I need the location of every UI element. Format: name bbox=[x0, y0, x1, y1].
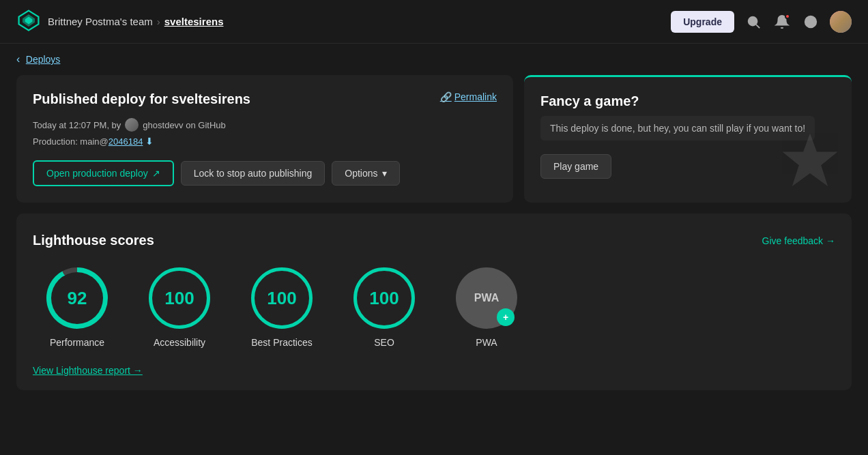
svg-marker-7 bbox=[783, 134, 838, 186]
notification-badge bbox=[785, 14, 790, 19]
header-right: Upgrade bbox=[671, 11, 852, 33]
breadcrumb: ‹ Deploys bbox=[0, 44, 868, 75]
lighthouse-header: Lighthouse scores Give feedback → bbox=[33, 233, 835, 248]
back-arrow-icon: ‹ bbox=[16, 53, 20, 65]
seo-value: 100 bbox=[369, 288, 399, 309]
header: Brittney Postma's team › sveltesirens Up… bbox=[0, 0, 868, 44]
branch-label: Production: main@ bbox=[33, 136, 108, 147]
project-name[interactable]: sveltesirens bbox=[164, 16, 224, 27]
performance-score: 92 Performance bbox=[46, 267, 108, 348]
permalink-label: Permalink bbox=[454, 91, 497, 102]
pwa-label: PWA bbox=[476, 337, 497, 348]
deploy-branch: Production: main@2046184 ⬇ bbox=[33, 136, 497, 147]
link-icon: 🔗 bbox=[440, 91, 452, 102]
header-left: Brittney Postma's team › sveltesirens bbox=[16, 8, 223, 35]
branch-hash-link[interactable]: 2046184 bbox=[108, 136, 143, 147]
performance-value: 92 bbox=[51, 272, 103, 324]
lighthouse-card: Lighthouse scores Give feedback → 92 Per… bbox=[16, 214, 852, 390]
main-content: Published deploy for sveltesirens 🔗 Perm… bbox=[0, 75, 868, 407]
logo-icon[interactable] bbox=[16, 8, 41, 35]
deploy-author: ghostdevv on GitHub bbox=[143, 120, 225, 130]
deploy-actions: Open production deploy ↗ Lock to stop au… bbox=[33, 160, 497, 186]
accessibility-circle: 100 bbox=[149, 267, 210, 329]
deploy-time: Today at 12:07 PM, by bbox=[33, 120, 121, 130]
open-deploy-button[interactable]: Open production deploy ↗ bbox=[33, 160, 174, 186]
pwa-text: PWA bbox=[474, 292, 499, 304]
deploy-card-header: Published deploy for sveltesirens 🔗 Perm… bbox=[33, 91, 497, 113]
top-cards: Published deploy for sveltesirens 🔗 Perm… bbox=[16, 75, 852, 203]
pwa-circle: PWA + bbox=[456, 267, 517, 329]
svg-line-4 bbox=[756, 25, 760, 28]
avatar-image bbox=[830, 11, 852, 33]
pwa-badge: + bbox=[497, 308, 515, 326]
game-card-title: Fancy a game? bbox=[540, 93, 835, 109]
upgrade-button[interactable]: Upgrade bbox=[671, 11, 734, 33]
search-button[interactable] bbox=[744, 12, 763, 31]
best-practices-label: Best Practices bbox=[251, 337, 312, 348]
seo-score: 100 SEO bbox=[353, 267, 415, 348]
accessibility-value: 100 bbox=[164, 288, 194, 309]
play-game-button[interactable]: Play game bbox=[540, 154, 611, 179]
deploy-card: Published deploy for sveltesirens 🔗 Perm… bbox=[16, 75, 513, 203]
team-name: Brittney Postma's team bbox=[48, 16, 153, 27]
view-lighthouse-report-link[interactable]: View Lighthouse report → bbox=[33, 365, 143, 376]
best-practices-value: 100 bbox=[267, 288, 296, 309]
seo-label: SEO bbox=[374, 337, 394, 348]
permalink-link[interactable]: 🔗 Permalink bbox=[440, 91, 497, 102]
seo-circle: 100 bbox=[353, 267, 415, 329]
lighthouse-title: Lighthouse scores bbox=[33, 233, 154, 248]
open-deploy-label: Open production deploy bbox=[46, 168, 148, 179]
deploy-card-title: Published deploy for sveltesirens bbox=[33, 91, 250, 107]
download-icon[interactable]: ⬇ bbox=[145, 136, 154, 147]
feedback-link[interactable]: Give feedback → bbox=[762, 235, 835, 246]
notifications-button[interactable] bbox=[772, 12, 792, 31]
game-card-description: This deploy is done, but hey, you can st… bbox=[540, 116, 815, 141]
external-link-icon: ↗ bbox=[152, 168, 160, 179]
author-avatar bbox=[125, 118, 139, 132]
chevron-down-icon: ▾ bbox=[382, 168, 387, 179]
best-practices-score: 100 Best Practices bbox=[251, 267, 313, 348]
deploys-link[interactable]: Deploys bbox=[26, 54, 61, 65]
options-label: Options bbox=[345, 168, 377, 179]
chevron-right-icon: › bbox=[157, 16, 160, 27]
accessibility-score: 100 Accessibility bbox=[149, 267, 210, 348]
game-decoration bbox=[779, 130, 841, 192]
scores-row: 92 Performance 100 Accessibility 100 Bes… bbox=[33, 267, 835, 348]
terminal-button[interactable] bbox=[801, 12, 820, 31]
best-practices-circle: 100 bbox=[251, 267, 313, 329]
performance-label: Performance bbox=[50, 337, 104, 348]
performance-circle: 92 bbox=[46, 267, 108, 329]
accessibility-label: Accessibility bbox=[154, 337, 205, 348]
lock-auto-publish-button[interactable]: Lock to stop auto publishing bbox=[181, 161, 326, 186]
team-nav: Brittney Postma's team › sveltesirens bbox=[48, 16, 223, 27]
svg-point-3 bbox=[749, 16, 757, 25]
deploy-meta: Today at 12:07 PM, by ghostdevv on GitHu… bbox=[33, 118, 497, 132]
game-card: Fancy a game? This deploy is done, but h… bbox=[524, 75, 852, 203]
pwa-score: PWA + PWA bbox=[456, 267, 517, 348]
options-button[interactable]: Options ▾ bbox=[332, 161, 399, 186]
avatar[interactable] bbox=[830, 11, 852, 33]
